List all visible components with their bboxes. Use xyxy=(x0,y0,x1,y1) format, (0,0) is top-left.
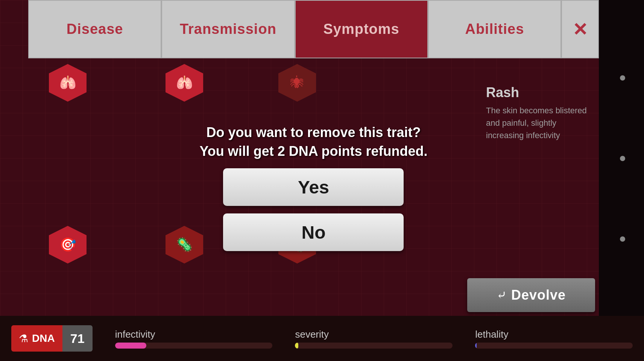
severity-bar-bg xyxy=(295,343,453,349)
tab-disease[interactable]: Disease xyxy=(28,0,161,58)
dna-icon: ⚗ xyxy=(19,332,28,345)
dna-value: 71 xyxy=(70,331,85,346)
tab-bar: Disease Transmission Symptoms Abilities … xyxy=(28,0,599,58)
lethality-group: lethality xyxy=(475,329,633,349)
dialog-overlay: Do you want to remove this trait? You wi… xyxy=(28,58,599,316)
severity-label: severity xyxy=(295,329,453,340)
right-dots xyxy=(620,75,625,242)
lethality-bar-fill xyxy=(475,343,477,349)
dna-label: DNA xyxy=(32,332,55,344)
dot-2 xyxy=(620,156,625,161)
dna-value-box: 71 xyxy=(62,325,93,352)
main-area: 🫁 🫁 🕷 🎯 🦠 🦠 Rash The skin becomes bliste… xyxy=(28,58,599,316)
dialog-box: Do you want to remove this trait? You wi… xyxy=(184,112,442,263)
tab-abilities[interactable]: Abilities xyxy=(428,0,561,58)
dot-3 xyxy=(620,236,625,242)
no-button[interactable]: No xyxy=(223,213,404,251)
tab-transmission[interactable]: Transmission xyxy=(161,0,295,58)
yes-button[interactable]: Yes xyxy=(223,168,404,206)
status-bar: ⚗ DNA 71 infectivity severity lethality xyxy=(0,316,644,361)
close-button[interactable]: ✕ xyxy=(561,0,599,58)
infectivity-bar-bg xyxy=(115,343,273,349)
infectivity-label: infectivity xyxy=(115,329,273,340)
dialog-question: Do you want to remove this trait? You wi… xyxy=(199,123,427,161)
tab-symptoms[interactable]: Symptoms xyxy=(295,0,428,58)
dna-counter: ⚗ DNA 71 xyxy=(11,325,93,352)
severity-group: severity xyxy=(295,329,453,349)
dialog-buttons: Yes No xyxy=(223,168,404,251)
infectivity-group: infectivity xyxy=(115,329,273,349)
lethality-bar-bg xyxy=(475,343,633,349)
lethality-label: lethality xyxy=(475,329,633,340)
infectivity-bar-fill xyxy=(115,343,147,349)
severity-bar-fill xyxy=(295,343,298,349)
dna-label-box: ⚗ DNA xyxy=(11,325,62,352)
dot-1 xyxy=(620,75,625,81)
